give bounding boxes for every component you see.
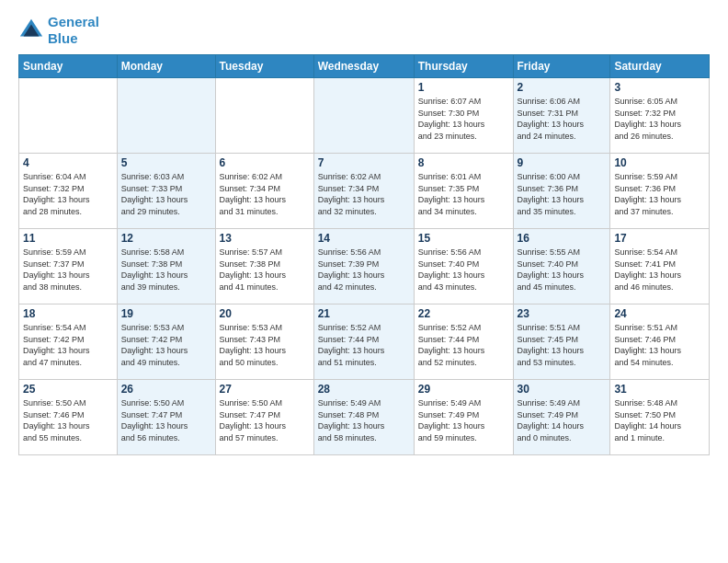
weekday-header-sunday: Sunday	[19, 55, 118, 78]
logo-icon	[18, 17, 44, 43]
calendar-cell: 19Sunrise: 5:53 AM Sunset: 7:42 PM Dayli…	[117, 304, 215, 380]
day-info: Sunrise: 6:07 AM Sunset: 7:30 PM Dayligh…	[418, 96, 509, 142]
day-number: 30	[518, 383, 607, 396]
day-number: 25	[23, 383, 113, 396]
weekday-header-saturday: Saturday	[610, 55, 710, 78]
day-info: Sunrise: 5:56 AM Sunset: 7:40 PM Dayligh…	[418, 247, 509, 293]
weekday-header-thursday: Thursday	[414, 55, 513, 78]
day-info: Sunrise: 5:50 AM Sunset: 7:46 PM Dayligh…	[23, 397, 113, 443]
calendar-cell: 28Sunrise: 5:49 AM Sunset: 7:48 PM Dayli…	[313, 380, 414, 455]
weekday-header-wednesday: Wednesday	[313, 55, 414, 78]
day-info: Sunrise: 5:55 AM Sunset: 7:40 PM Dayligh…	[518, 247, 607, 293]
day-number: 9	[518, 156, 607, 169]
day-info: Sunrise: 6:02 AM Sunset: 7:34 PM Dayligh…	[318, 171, 410, 217]
weekday-header-friday: Friday	[513, 55, 610, 78]
week-row-2: 4Sunrise: 6:04 AM Sunset: 7:32 PM Daylig…	[19, 154, 710, 229]
calendar-cell: 1Sunrise: 6:07 AM Sunset: 7:30 PM Daylig…	[414, 78, 513, 154]
calendar-cell: 24Sunrise: 5:51 AM Sunset: 7:46 PM Dayli…	[610, 304, 710, 380]
calendar-table: SundayMondayTuesdayWednesdayThursdayFrid…	[18, 54, 710, 455]
day-number: 18	[23, 307, 113, 320]
day-info: Sunrise: 5:51 AM Sunset: 7:46 PM Dayligh…	[614, 322, 705, 368]
day-number: 16	[518, 232, 607, 245]
calendar-cell: 18Sunrise: 5:54 AM Sunset: 7:42 PM Dayli…	[19, 304, 118, 380]
day-number: 20	[220, 307, 310, 320]
calendar-cell: 6Sunrise: 6:02 AM Sunset: 7:34 PM Daylig…	[215, 154, 313, 229]
calendar-cell	[117, 78, 215, 154]
day-info: Sunrise: 6:06 AM Sunset: 7:31 PM Dayligh…	[518, 96, 607, 142]
calendar-cell: 4Sunrise: 6:04 AM Sunset: 7:32 PM Daylig…	[19, 154, 118, 229]
page: General Blue SundayMondayTuesdayWednesda…	[0, 0, 728, 563]
day-info: Sunrise: 6:03 AM Sunset: 7:33 PM Dayligh…	[121, 171, 211, 217]
calendar-cell: 11Sunrise: 5:59 AM Sunset: 7:37 PM Dayli…	[19, 229, 118, 304]
day-number: 19	[121, 307, 211, 320]
day-info: Sunrise: 5:53 AM Sunset: 7:43 PM Dayligh…	[220, 322, 310, 368]
week-row-1: 1Sunrise: 6:07 AM Sunset: 7:30 PM Daylig…	[19, 78, 710, 154]
calendar-cell: 21Sunrise: 5:52 AM Sunset: 7:44 PM Dayli…	[313, 304, 414, 380]
calendar-cell: 23Sunrise: 5:51 AM Sunset: 7:45 PM Dayli…	[513, 304, 610, 380]
day-info: Sunrise: 5:50 AM Sunset: 7:47 PM Dayligh…	[220, 397, 310, 443]
day-info: Sunrise: 5:51 AM Sunset: 7:45 PM Dayligh…	[518, 322, 607, 368]
calendar-cell: 20Sunrise: 5:53 AM Sunset: 7:43 PM Dayli…	[215, 304, 313, 380]
calendar-cell: 14Sunrise: 5:56 AM Sunset: 7:39 PM Dayli…	[313, 229, 414, 304]
logo: General Blue	[18, 14, 99, 47]
day-info: Sunrise: 5:52 AM Sunset: 7:44 PM Dayligh…	[318, 322, 410, 368]
day-number: 27	[220, 383, 310, 396]
day-number: 5	[121, 156, 211, 169]
day-info: Sunrise: 6:05 AM Sunset: 7:32 PM Dayligh…	[614, 96, 705, 142]
day-info: Sunrise: 5:59 AM Sunset: 7:36 PM Dayligh…	[614, 171, 705, 217]
week-row-3: 11Sunrise: 5:59 AM Sunset: 7:37 PM Dayli…	[19, 229, 710, 304]
day-number: 4	[23, 156, 113, 169]
day-info: Sunrise: 5:54 AM Sunset: 7:42 PM Dayligh…	[23, 322, 113, 368]
calendar-cell	[313, 78, 414, 154]
calendar-cell: 3Sunrise: 6:05 AM Sunset: 7:32 PM Daylig…	[610, 78, 710, 154]
day-info: Sunrise: 5:52 AM Sunset: 7:44 PM Dayligh…	[418, 322, 509, 368]
day-number: 22	[418, 307, 509, 320]
day-number: 12	[121, 232, 211, 245]
day-info: Sunrise: 5:57 AM Sunset: 7:38 PM Dayligh…	[220, 247, 310, 293]
calendar-cell	[215, 78, 313, 154]
calendar-cell: 8Sunrise: 6:01 AM Sunset: 7:35 PM Daylig…	[414, 154, 513, 229]
calendar-cell: 12Sunrise: 5:58 AM Sunset: 7:38 PM Dayli…	[117, 229, 215, 304]
calendar-cell: 10Sunrise: 5:59 AM Sunset: 7:36 PM Dayli…	[610, 154, 710, 229]
day-number: 17	[614, 232, 705, 245]
day-number: 24	[614, 307, 705, 320]
calendar-cell: 27Sunrise: 5:50 AM Sunset: 7:47 PM Dayli…	[215, 380, 313, 455]
day-info: Sunrise: 6:04 AM Sunset: 7:32 PM Dayligh…	[23, 171, 113, 217]
day-number: 6	[220, 156, 310, 169]
day-number: 8	[418, 156, 509, 169]
day-number: 23	[518, 307, 607, 320]
day-number: 28	[318, 383, 410, 396]
day-info: Sunrise: 5:49 AM Sunset: 7:48 PM Dayligh…	[318, 397, 410, 443]
calendar-cell	[19, 78, 118, 154]
weekday-header-tuesday: Tuesday	[215, 55, 313, 78]
day-info: Sunrise: 5:59 AM Sunset: 7:37 PM Dayligh…	[23, 247, 113, 293]
day-info: Sunrise: 5:49 AM Sunset: 7:49 PM Dayligh…	[418, 397, 509, 443]
week-row-4: 18Sunrise: 5:54 AM Sunset: 7:42 PM Dayli…	[19, 304, 710, 380]
day-info: Sunrise: 5:50 AM Sunset: 7:47 PM Dayligh…	[121, 397, 211, 443]
calendar-cell: 15Sunrise: 5:56 AM Sunset: 7:40 PM Dayli…	[414, 229, 513, 304]
calendar-cell: 16Sunrise: 5:55 AM Sunset: 7:40 PM Dayli…	[513, 229, 610, 304]
day-info: Sunrise: 5:56 AM Sunset: 7:39 PM Dayligh…	[318, 247, 410, 293]
calendar-cell: 26Sunrise: 5:50 AM Sunset: 7:47 PM Dayli…	[117, 380, 215, 455]
day-number: 14	[318, 232, 410, 245]
logo-text: General Blue	[48, 14, 99, 47]
day-info: Sunrise: 6:00 AM Sunset: 7:36 PM Dayligh…	[518, 171, 607, 217]
day-number: 26	[121, 383, 211, 396]
calendar-cell: 5Sunrise: 6:03 AM Sunset: 7:33 PM Daylig…	[117, 154, 215, 229]
day-number: 13	[220, 232, 310, 245]
day-info: Sunrise: 5:53 AM Sunset: 7:42 PM Dayligh…	[121, 322, 211, 368]
day-number: 31	[614, 383, 705, 396]
calendar-cell: 25Sunrise: 5:50 AM Sunset: 7:46 PM Dayli…	[19, 380, 118, 455]
day-number: 2	[518, 81, 607, 94]
day-number: 3	[614, 81, 705, 94]
day-info: Sunrise: 6:02 AM Sunset: 7:34 PM Dayligh…	[220, 171, 310, 217]
day-info: Sunrise: 5:58 AM Sunset: 7:38 PM Dayligh…	[121, 247, 211, 293]
day-number: 21	[318, 307, 410, 320]
day-info: Sunrise: 6:01 AM Sunset: 7:35 PM Dayligh…	[418, 171, 509, 217]
calendar-cell: 29Sunrise: 5:49 AM Sunset: 7:49 PM Dayli…	[414, 380, 513, 455]
day-number: 7	[318, 156, 410, 169]
day-number: 10	[614, 156, 705, 169]
calendar-cell: 30Sunrise: 5:49 AM Sunset: 7:49 PM Dayli…	[513, 380, 610, 455]
day-info: Sunrise: 5:54 AM Sunset: 7:41 PM Dayligh…	[614, 247, 705, 293]
weekday-header-row: SundayMondayTuesdayWednesdayThursdayFrid…	[19, 55, 710, 78]
